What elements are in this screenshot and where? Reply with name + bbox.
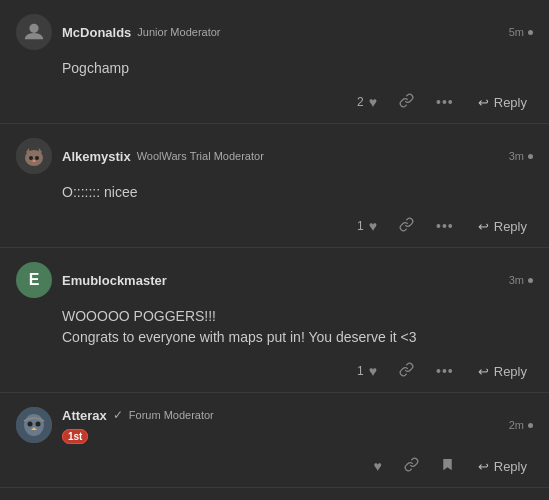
comment-footer-2: 1 ♥ ••• ↩ Reply — [62, 211, 533, 237]
user-info-mcdonalds: McDonalds Junior Moderator — [62, 25, 221, 40]
svg-point-0 — [29, 24, 38, 33]
role-mcdonalds: Junior Moderator — [137, 26, 220, 38]
like-count-1: 2 — [357, 95, 364, 109]
reply-label-1: Reply — [494, 95, 527, 110]
bookmark-icon-4 — [441, 457, 454, 475]
timestamp-1: 5m — [509, 26, 533, 38]
timestamp-dot-3 — [528, 278, 533, 283]
badge-1st: 1st — [62, 429, 88, 444]
more-button-1[interactable]: ••• — [432, 92, 458, 112]
user-info-atterax: Atterax ✓ Forum Moderator 1st — [62, 408, 214, 443]
role-atterax: Forum Moderator — [129, 409, 214, 421]
comment-body-1: Pogchamp — [62, 58, 533, 79]
reply-button-1[interactable]: ↩ Reply — [472, 93, 533, 112]
svg-point-6 — [35, 156, 39, 160]
comment-header-left-2: Alkemystix WoolWars Trial Moderator — [16, 138, 264, 174]
timestamp-dot-2 — [528, 154, 533, 159]
like-button-2[interactable]: 1 ♥ — [353, 216, 381, 236]
link-icon-1 — [399, 93, 414, 111]
comment-footer-4: ♥ ↩ Reply — [62, 451, 533, 477]
link-icon-3 — [399, 362, 414, 380]
verify-icon-atterax: ✓ — [113, 408, 123, 422]
svg-point-5 — [29, 156, 33, 160]
svg-point-10 — [28, 422, 33, 427]
reply-icon-1: ↩ — [478, 95, 489, 110]
role-alkemystix: WoolWars Trial Moderator — [137, 150, 264, 162]
reply-button-4[interactable]: ↩ Reply — [472, 457, 533, 476]
dots-icon-1: ••• — [436, 94, 454, 110]
link-button-1[interactable] — [395, 91, 418, 113]
like-button-3[interactable]: 1 ♥ — [353, 361, 381, 381]
more-button-2[interactable]: ••• — [432, 216, 458, 236]
comment-4: Atterax ✓ Forum Moderator 1st 2m ♥ — [0, 393, 549, 488]
link-button-4[interactable] — [400, 455, 423, 477]
comment-header-left-1: McDonalds Junior Moderator — [16, 14, 221, 50]
comment-1: McDonalds Junior Moderator 5m Pogchamp 2… — [0, 0, 549, 124]
username-alkemystix: Alkemystix — [62, 149, 131, 164]
user-info-emublockmaster: Emublockmaster — [62, 273, 167, 288]
heart-icon-3: ♥ — [369, 363, 377, 379]
comment-header-1: McDonalds Junior Moderator 5m — [16, 14, 533, 50]
username-row-3: Emublockmaster — [62, 273, 167, 288]
username-atterax: Atterax — [62, 408, 107, 423]
avatar-alkemystix — [16, 138, 52, 174]
comment-header-4: Atterax ✓ Forum Moderator 1st 2m — [16, 407, 533, 443]
link-button-2[interactable] — [395, 215, 418, 237]
timestamp-dot-1 — [528, 30, 533, 35]
comment-header-3: E Emublockmaster 3m — [16, 262, 533, 298]
username-row-1: McDonalds Junior Moderator — [62, 25, 221, 40]
timestamp-2: 3m — [509, 150, 533, 162]
comment-footer-3: 1 ♥ ••• ↩ Reply — [62, 356, 533, 382]
comment-3: E Emublockmaster 3m WOOOOO POGGERS!!! Co… — [0, 248, 549, 393]
link-icon-4 — [404, 457, 419, 475]
reply-label-3: Reply — [494, 364, 527, 379]
reply-icon-2: ↩ — [478, 219, 489, 234]
reply-label-2: Reply — [494, 219, 527, 234]
timestamp-4: 2m — [509, 419, 533, 431]
reply-icon-3: ↩ — [478, 364, 489, 379]
timestamp-dot-4 — [528, 423, 533, 428]
heart-icon-4: ♥ — [373, 458, 381, 474]
heart-icon-2: ♥ — [369, 218, 377, 234]
reply-icon-4: ↩ — [478, 459, 489, 474]
like-count-3: 1 — [357, 364, 364, 378]
dots-icon-3: ••• — [436, 363, 454, 379]
comment-body-3: WOOOOO POGGERS!!! Congrats to everyone w… — [62, 306, 533, 348]
link-button-3[interactable] — [395, 360, 418, 382]
avatar-mcdonalds — [16, 14, 52, 50]
comment-header-left-3: E Emublockmaster — [16, 262, 167, 298]
comment-header-2: Alkemystix WoolWars Trial Moderator 3m — [16, 138, 533, 174]
bookmark-button-4[interactable] — [437, 455, 458, 477]
reply-label-4: Reply — [494, 459, 527, 474]
heart-icon-1: ♥ — [369, 94, 377, 110]
username-row-4: Atterax ✓ Forum Moderator — [62, 408, 214, 423]
timestamp-3: 3m — [509, 274, 533, 286]
like-button-1[interactable]: 2 ♥ — [353, 92, 381, 112]
username-row-2: Alkemystix WoolWars Trial Moderator — [62, 149, 264, 164]
username-mcdonalds: McDonalds — [62, 25, 131, 40]
comment-header-left-4: Atterax ✓ Forum Moderator 1st — [16, 407, 214, 443]
more-button-3[interactable]: ••• — [432, 361, 458, 381]
svg-point-7 — [33, 160, 36, 162]
reply-button-2[interactable]: ↩ Reply — [472, 217, 533, 236]
comment-footer-1: 2 ♥ ••• ↩ Reply — [62, 87, 533, 113]
username-emublockmaster: Emublockmaster — [62, 273, 167, 288]
comment-2: Alkemystix WoolWars Trial Moderator 3m O… — [0, 124, 549, 248]
like-button-4[interactable]: ♥ — [369, 456, 385, 476]
avatar-atterax — [16, 407, 52, 443]
comment-body-2: O::::::: nicee — [62, 182, 533, 203]
svg-point-11 — [36, 422, 41, 427]
like-count-2: 1 — [357, 219, 364, 233]
dots-icon-2: ••• — [436, 218, 454, 234]
reply-button-3[interactable]: ↩ Reply — [472, 362, 533, 381]
user-info-alkemystix: Alkemystix WoolWars Trial Moderator — [62, 149, 264, 164]
avatar-emublockmaster: E — [16, 262, 52, 298]
link-icon-2 — [399, 217, 414, 235]
